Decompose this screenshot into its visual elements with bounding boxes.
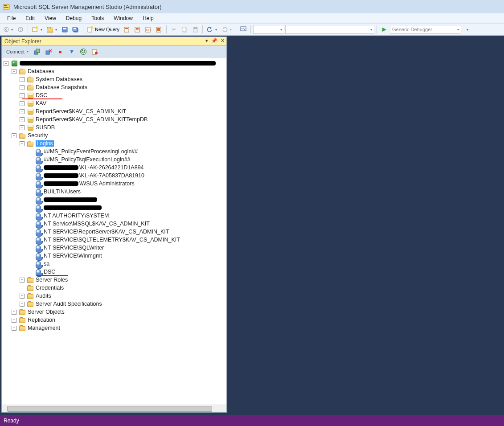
expand-icon[interactable]: + bbox=[20, 85, 25, 90]
tree-login-item[interactable]: BUILTIN\Users bbox=[4, 188, 226, 196]
tree-db-kav[interactable]: + KAV bbox=[4, 99, 226, 107]
cut-button[interactable]: ✂ bbox=[169, 25, 179, 34]
tree-label: ##MS_PolicyTsqlExecutionLogin## bbox=[44, 156, 131, 163]
database-icon bbox=[27, 100, 34, 107]
expand-icon[interactable]: + bbox=[20, 109, 25, 114]
tree-login-item[interactable]: \WSUS Administrators bbox=[4, 180, 226, 188]
menu-edit[interactable]: Edit bbox=[21, 14, 39, 22]
solution-config-combo[interactable] bbox=[253, 25, 284, 34]
debugger-combo[interactable]: Generic Debugger bbox=[390, 25, 461, 34]
stop-button[interactable]: ■ bbox=[55, 47, 65, 56]
panel-dropdown-icon[interactable]: ▾ bbox=[205, 38, 209, 44]
tree-label: NT SERVICE\SQLWriter bbox=[44, 245, 104, 251]
scrollbar-thumb[interactable] bbox=[7, 406, 212, 412]
tree-login-item[interactable]: NT SERVICE\ReportServer$KAV_CS_ADMIN_KIT bbox=[4, 228, 226, 236]
tree-login-item[interactable]: NT SERVICE\Winmgmt bbox=[4, 252, 226, 260]
expand-icon[interactable]: + bbox=[20, 117, 25, 122]
tree-server-objects[interactable]: + Server Objects bbox=[4, 308, 226, 316]
horizontal-scrollbar[interactable] bbox=[2, 405, 226, 412]
tree-login-item[interactable]: \KL-AK-26264221D1A894 bbox=[4, 164, 226, 172]
tree-login-item[interactable] bbox=[4, 204, 226, 212]
expand-icon[interactable]: + bbox=[12, 310, 16, 315]
mdx-query-button[interactable]: MDX bbox=[143, 25, 153, 34]
tree-server-roles[interactable]: + Server Roles bbox=[4, 276, 226, 284]
tree-replication[interactable]: + Replication bbox=[4, 316, 226, 324]
menu-debug[interactable]: Debug bbox=[61, 14, 86, 22]
collapse-icon[interactable]: − bbox=[12, 69, 16, 74]
tree-server-node[interactable]: − bbox=[4, 59, 226, 67]
paste-button[interactable] bbox=[190, 25, 200, 34]
tree-login-item[interactable]: ##MS_PolicyTsqlExecutionLogin## bbox=[4, 156, 226, 164]
expand-icon[interactable]: + bbox=[20, 77, 25, 82]
tree-databases-node[interactable]: − Databases bbox=[4, 67, 226, 75]
xmla-query-button[interactable] bbox=[154, 25, 164, 34]
tree-db-susdb[interactable]: + SUSDB bbox=[4, 123, 226, 131]
oe-details-button[interactable] bbox=[90, 47, 100, 56]
menu-tools[interactable]: Tools bbox=[87, 14, 108, 22]
tree-credentials[interactable]: Credentials bbox=[4, 284, 226, 292]
open-file-button[interactable] bbox=[45, 25, 59, 34]
connect-server-button[interactable] bbox=[32, 47, 42, 56]
panel-close-icon[interactable]: ✕ bbox=[220, 38, 225, 44]
tree-login-item[interactable]: sa bbox=[4, 260, 226, 268]
new-query-button[interactable]: New Query bbox=[86, 25, 121, 34]
nav-back-button[interactable] bbox=[2, 25, 15, 34]
tree-label: NT Service\MSSQL$KAV_CS_ADMIN_KIT bbox=[44, 221, 150, 227]
solution-platform-combo[interactable] bbox=[285, 25, 374, 34]
menu-help[interactable]: Help bbox=[138, 14, 158, 22]
tree-db-reportservertemp[interactable]: + ReportServer$KAV_CS_ADMIN_KITTempDB bbox=[4, 115, 226, 123]
tree-db-dsc[interactable]: + DSC bbox=[4, 91, 226, 99]
disconnect-button[interactable] bbox=[44, 47, 53, 56]
object-explorer-tree[interactable]: − − Databases + System Databases + Datab… bbox=[2, 57, 226, 405]
tree-login-dsc[interactable]: DSC bbox=[4, 268, 226, 276]
as-query-button[interactable] bbox=[133, 25, 143, 34]
tree-security-node[interactable]: − Security bbox=[4, 131, 226, 139]
undo-button[interactable] bbox=[205, 25, 219, 34]
nav-fwd-button[interactable] bbox=[16, 25, 25, 34]
collapse-icon[interactable]: − bbox=[12, 133, 16, 138]
menu-file[interactable]: File bbox=[3, 14, 20, 22]
expand-icon[interactable]: + bbox=[20, 125, 25, 130]
tree-db-snapshots[interactable]: + Database Snapshots bbox=[4, 83, 226, 91]
collapse-icon[interactable]: − bbox=[20, 141, 25, 146]
tree-audits[interactable]: + Audits bbox=[4, 292, 226, 300]
collapse-icon[interactable]: − bbox=[4, 61, 8, 66]
tree-management[interactable]: + Management bbox=[4, 324, 226, 332]
object-explorer-titlebar[interactable]: Object Explorer ▾ 📌 ✕ bbox=[2, 37, 226, 46]
panel-pin-icon[interactable]: 📌 bbox=[210, 38, 218, 44]
expand-icon[interactable]: + bbox=[20, 101, 25, 106]
tree-login-item[interactable]: \KL-AK-7A05837DA81910 bbox=[4, 172, 226, 180]
save-all-button[interactable] bbox=[70, 25, 81, 34]
start-debug-button[interactable] bbox=[379, 25, 389, 34]
new-project-button[interactable] bbox=[30, 25, 44, 34]
db-engine-query-button[interactable] bbox=[122, 25, 132, 34]
menu-view[interactable]: View bbox=[40, 14, 61, 22]
expand-icon[interactable]: + bbox=[20, 294, 25, 299]
connect-button[interactable]: Connect bbox=[4, 47, 30, 56]
tree-logins-node[interactable]: − Logins bbox=[4, 139, 226, 147]
redo-button[interactable] bbox=[220, 25, 234, 34]
expand-icon[interactable]: + bbox=[20, 302, 25, 307]
menu-window[interactable]: Window bbox=[109, 14, 137, 22]
tree-login-item[interactable] bbox=[4, 196, 226, 204]
tree-label: KAV bbox=[36, 100, 46, 106]
tree-login-item[interactable]: NT AUTHORITY\SYSTEM bbox=[4, 212, 226, 220]
tree-db-reportserver[interactable]: + ReportServer$KAV_CS_ADMIN_KIT bbox=[4, 107, 226, 115]
copy-button[interactable] bbox=[180, 25, 189, 34]
tree-login-item[interactable]: NT Service\MSSQL$KAV_CS_ADMIN_KIT bbox=[4, 220, 226, 228]
save-button[interactable] bbox=[60, 25, 70, 34]
activity-monitor-button[interactable] bbox=[238, 25, 248, 34]
expand-icon[interactable]: + bbox=[12, 326, 16, 331]
tree-login-item[interactable]: NT SERVICE\SQLWriter bbox=[4, 244, 226, 252]
tree-login-item[interactable]: ##MS_PolicyEventProcessingLogin## bbox=[4, 147, 226, 156]
tree-system-databases[interactable]: + System Databases bbox=[4, 75, 226, 83]
refresh-button[interactable]: ↻ bbox=[78, 47, 88, 56]
filter-button[interactable]: ▼ bbox=[67, 47, 77, 56]
debug-target-button[interactable] bbox=[462, 25, 472, 34]
tree-audit-specs[interactable]: + Server Audit Specifications bbox=[4, 300, 226, 308]
expand-icon[interactable]: + bbox=[12, 318, 16, 323]
expand-icon[interactable]: + bbox=[20, 93, 25, 98]
folder-icon bbox=[27, 300, 34, 307]
expand-icon[interactable]: + bbox=[20, 278, 25, 283]
tree-login-item[interactable]: NT SERVICE\SQLTELEMETRY$KAV_CS_ADMIN_KIT bbox=[4, 236, 226, 244]
